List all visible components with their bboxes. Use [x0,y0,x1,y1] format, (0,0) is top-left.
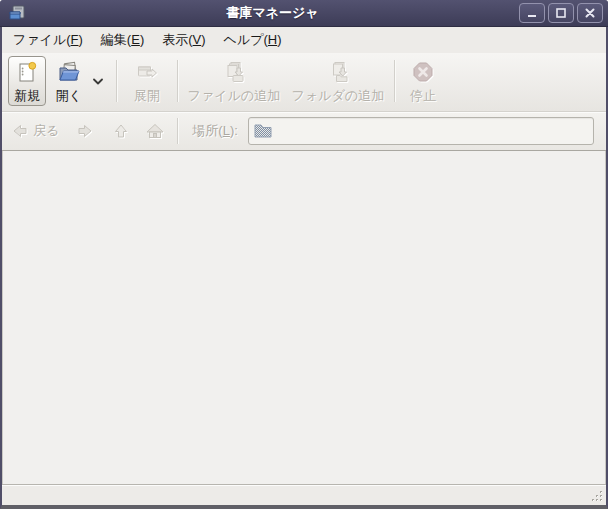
open-archive-label: 開く [56,89,82,103]
back-label: 戻る [33,122,59,140]
window-controls [519,3,603,23]
extract-label: 展開 [134,89,160,103]
extract-archive-icon [135,60,159,87]
chevron-down-icon [93,78,103,85]
file-list-area[interactable] [2,150,606,484]
menu-help-label: ヘルプ(H) [224,31,282,49]
stop-icon [411,60,435,87]
close-icon [584,7,596,19]
add-folder-icon [326,60,350,87]
maximize-icon [555,7,567,19]
minimize-button[interactable] [519,3,545,23]
add-files-button: ファイルの追加 [186,56,282,106]
titlebar[interactable]: 書庫マネージャ [0,0,608,27]
arrow-right-icon [75,121,95,141]
menu-edit-label: 編集(E) [101,31,144,49]
menu-file[interactable]: ファイル(F) [4,27,92,53]
archive-manager-icon [8,4,28,22]
toolbar-separator [116,60,117,102]
menu-view-label: 表示(V) [162,31,205,49]
toolbar-separator [177,60,178,102]
forward-button [71,115,99,147]
statusbar [2,484,606,505]
add-files-label: ファイルの追加 [188,89,281,103]
add-folder-button: フォルダの追加 [290,56,386,106]
stop-label: 停止 [410,89,436,103]
open-archive-button[interactable]: 開く [50,56,88,106]
resize-grip-icon[interactable] [589,488,604,503]
home-button [141,115,169,147]
menu-edit[interactable]: 編集(E) [92,27,153,53]
location-label: 場所(L): [192,122,238,140]
arrow-up-icon [111,121,131,141]
new-archive-button[interactable]: 新規 [8,56,46,106]
open-recent-dropdown-button[interactable] [88,56,108,106]
toolbar: 新規 開く [2,53,606,111]
arrow-left-icon [10,121,30,141]
add-folder-label: フォルダの追加 [292,89,385,103]
new-archive-label: 新規 [14,89,40,103]
location-bar: 戻る 場所(L): [2,111,606,150]
back-button: 戻る [6,115,63,147]
close-button[interactable] [577,3,603,23]
minimize-icon [526,7,538,19]
window-title: 書庫マネージャ [34,4,511,22]
location-separator [177,118,178,144]
menubar: ファイル(F) 編集(E) 表示(V) ヘルプ(H) [2,27,606,53]
open-folder-icon [57,60,81,87]
home-icon [145,121,165,141]
folder-icon [253,122,273,140]
new-document-icon [15,60,39,87]
extract-button: 展開 [125,56,169,106]
menu-help[interactable]: ヘルプ(H) [215,27,291,53]
add-files-icon [222,60,246,87]
up-button [107,115,135,147]
location-input[interactable] [248,117,594,145]
stop-button: 停止 [403,56,443,106]
app-window: 書庫マネージャ ファイル(F) 編集(E) 表示(V) ヘルプ(H) [0,0,608,509]
maximize-button[interactable] [548,3,574,23]
toolbar-separator [394,60,395,102]
menu-view[interactable]: 表示(V) [153,27,214,53]
menu-file-label: ファイル(F) [13,31,83,49]
